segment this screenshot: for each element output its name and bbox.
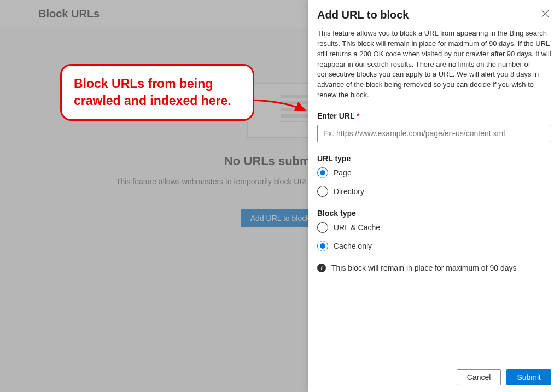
annotation-text: Block URLs from being crawled and indexe… [74,75,241,109]
annotation-callout: Block URLs from being crawled and indexe… [60,64,254,121]
annotation-arrow-icon [252,98,312,120]
url-type-group: Page Directory [317,167,551,197]
add-url-panel: Add URL to block This feature allows you… [308,0,560,392]
radio-icon [317,222,328,233]
block-type-cache-only[interactable]: Cache only [317,241,551,251]
radio-icon [317,186,328,197]
panel-body: This feature allows you to block a URL f… [308,25,560,362]
panel-description: This feature allows you to block a URL f… [317,28,551,101]
close-icon [541,10,549,17]
radio-icon [317,241,328,251]
url-type-label: URL type [317,154,551,163]
panel-footer: Cancel Submit [308,362,560,392]
info-text: This block will remain in place for maxi… [331,264,516,272]
panel-title: Add URL to block [317,9,409,21]
url-input[interactable] [317,125,551,142]
submit-button[interactable]: Submit [506,369,551,385]
radio-label: Cache only [334,242,372,250]
radio-icon [317,167,328,178]
block-type-group: URL & Cache Cache only [317,222,551,251]
block-type-label: Block type [317,209,551,218]
panel-header: Add URL to block [308,0,560,25]
info-icon: i [317,264,326,272]
url-type-directory[interactable]: Directory [317,186,551,197]
close-button[interactable] [539,8,551,22]
radio-label: Page [334,168,352,177]
radio-label: Directory [334,187,364,196]
url-type-page[interactable]: Page [317,167,551,178]
url-field-label: Enter URL * [317,112,551,120]
required-mark: * [357,112,359,120]
info-note: i This block will remain in place for ma… [317,264,551,272]
radio-label: URL & Cache [334,223,380,232]
cancel-button[interactable]: Cancel [457,369,501,385]
block-type-url-cache[interactable]: URL & Cache [317,222,551,233]
